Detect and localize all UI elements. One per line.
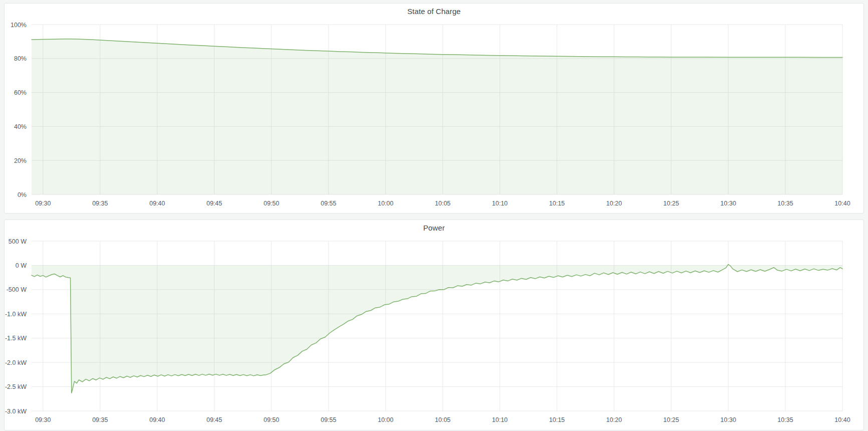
x-tick-label: 09:45 (206, 200, 222, 207)
x-tick-label: 09:30 (35, 416, 51, 423)
power-chart[interactable]: 500 W0 W-500 W-1.0 kW-1.5 kW-2.0 kW-2.5 … (5, 220, 863, 429)
state-of-charge-chart[interactable]: 0%20%40%60%80%100%09:3009:3509:4009:4509… (5, 4, 863, 212)
x-tick-label: 10:00 (378, 416, 393, 423)
x-tick-label: 10:15 (549, 416, 564, 423)
y-tick-label: -2.0 kW (5, 359, 27, 366)
x-tick-label: 10:05 (435, 200, 450, 207)
y-tick-label: -1.0 kW (5, 311, 27, 318)
panel-state-of-charge: State of Charge 0%20%40%60%80%100%09:300… (4, 3, 864, 213)
x-tick-label: 10:30 (720, 416, 736, 423)
x-tick-label: 10:20 (606, 416, 622, 423)
x-tick-label: 09:50 (263, 200, 279, 207)
y-tick-label: 0% (18, 191, 27, 198)
y-tick-label: 20% (14, 157, 27, 164)
y-tick-label: -3.0 kW (5, 408, 27, 415)
x-tick-label: 10:35 (777, 200, 793, 207)
x-tick-label: 10:10 (492, 416, 507, 423)
x-tick-label: 09:40 (149, 416, 165, 423)
y-tick-label: 500 W (9, 238, 27, 245)
x-tick-label: 10:05 (435, 416, 450, 423)
x-tick-label: 10:25 (663, 416, 679, 423)
panel-title-power[interactable]: Power (5, 224, 863, 232)
x-tick-label: 10:25 (663, 200, 679, 207)
series-area (32, 39, 842, 194)
x-tick-label: 09:30 (35, 200, 51, 207)
x-tick-label: 10:00 (378, 200, 393, 207)
y-tick-label: -2.5 kW (5, 383, 27, 390)
x-tick-label: 10:35 (777, 416, 793, 423)
y-tick-label: 0 W (16, 262, 27, 269)
y-tick-label: 80% (14, 55, 27, 62)
x-tick-label: 10:10 (492, 200, 507, 207)
x-tick-label: 09:35 (92, 200, 108, 207)
y-tick-label: 40% (14, 123, 27, 130)
y-tick-label: -1.5 kW (5, 335, 27, 342)
x-tick-label: 09:45 (206, 416, 222, 423)
x-tick-label: 09:35 (92, 416, 108, 423)
x-tick-label: 10:20 (606, 200, 622, 207)
x-tick-label: 10:40 (834, 416, 850, 423)
panel-power: Power 500 W0 W-500 W-1.0 kW-1.5 kW-2.0 k… (4, 220, 864, 430)
dashboard: State of Charge 0%20%40%60%80%100%09:300… (0, 0, 868, 430)
y-tick-label: -500 W (7, 286, 27, 293)
x-tick-label: 09:50 (263, 416, 279, 423)
x-tick-label: 10:15 (549, 200, 564, 207)
panel-title-state-of-charge[interactable]: State of Charge (5, 7, 863, 16)
x-tick-label: 10:30 (720, 200, 736, 207)
y-tick-label: 100% (11, 22, 27, 29)
x-tick-label: 09:55 (321, 416, 336, 423)
series-area (32, 265, 842, 393)
y-tick-label: 60% (14, 89, 27, 96)
x-tick-label: 10:40 (834, 200, 850, 207)
x-tick-label: 09:40 (149, 200, 165, 207)
x-tick-label: 09:55 (321, 200, 336, 207)
